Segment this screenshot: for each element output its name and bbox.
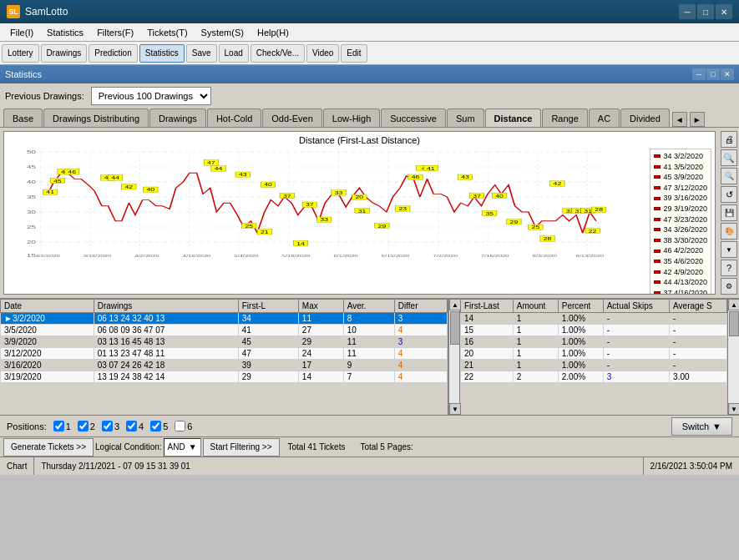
stats-maximize[interactable]: □	[706, 68, 720, 80]
col-first-l[interactable]: First-L	[238, 300, 298, 313]
table-row[interactable]: 3/19/202013 19 24 38 42 14291474	[1, 371, 448, 383]
svg-text:37: 37	[306, 203, 314, 207]
menu-tickets[interactable]: Tickets(T)	[140, 23, 194, 42]
left-table: Date Drawings First-L Max Aver. Differ ►…	[0, 299, 448, 415]
svg-text:30: 30	[27, 210, 37, 215]
pos-check-5[interactable]: 5	[150, 421, 168, 431]
col-first-last[interactable]: First-Last	[461, 300, 514, 313]
tool-color[interactable]: 🎨	[721, 223, 737, 240]
toolbar-prediction[interactable]: Prediction	[89, 44, 137, 63]
scroll-up-btn[interactable]: ▲	[449, 299, 461, 310]
svg-text:4/16/2020: 4/16/2020	[183, 254, 211, 258]
stats-close[interactable]: ✕	[721, 68, 734, 80]
switch-button[interactable]: Switch ▼	[671, 417, 732, 436]
pos-check-1[interactable]: 1	[53, 421, 71, 431]
stats-minimize[interactable]: ─	[692, 68, 706, 80]
right-scroll-down-btn[interactable]: ▼	[728, 403, 739, 415]
pos-check-3[interactable]: 3	[102, 421, 119, 431]
menu-filters[interactable]: Filters(F)	[90, 23, 140, 42]
svg-text:4/2/2020: 4/2/2020	[134, 254, 159, 258]
toolbar-statistics[interactable]: Statistics	[139, 44, 185, 63]
toolbar-edit[interactable]: Edit	[341, 44, 367, 63]
table-row[interactable]: 1511.00%--	[461, 325, 727, 336]
minimize-button[interactable]: ─	[679, 4, 696, 19]
table-row[interactable]: 3/5/202006 08 09 36 47 074127104	[1, 325, 448, 336]
generate-tickets-button[interactable]: Generate Tickets >>	[3, 438, 94, 457]
menu-file[interactable]: File(I)	[3, 23, 40, 42]
col-max[interactable]: Max	[298, 300, 343, 313]
tab-distance[interactable]: Distance	[485, 108, 542, 127]
table-row[interactable]: 2222.00%33.00	[461, 371, 727, 383]
right-table-scroll[interactable]: First-Last Amount Percent Actual Skips A…	[460, 299, 727, 415]
tool-save[interactable]: 💾	[721, 204, 737, 221]
tab-ac[interactable]: AC	[589, 108, 620, 127]
col-amount[interactable]: Amount	[513, 300, 558, 313]
tool-dropdown[interactable]: ▼	[721, 241, 737, 258]
close-button[interactable]: ✕	[716, 4, 732, 19]
col-percent[interactable]: Percent	[558, 300, 603, 313]
scroll-thumb[interactable]	[450, 311, 460, 345]
tab-successive[interactable]: Successive	[381, 108, 446, 127]
tool-undo[interactable]: ↺	[721, 186, 737, 203]
left-data-table: Date Drawings First-L Max Aver. Differ ►…	[0, 299, 448, 383]
pos-checkbox-1[interactable]	[53, 421, 64, 431]
col-date[interactable]: Date	[1, 300, 94, 313]
pos-checkbox-2[interactable]	[78, 421, 89, 431]
col-differ[interactable]: Differ	[394, 300, 447, 313]
col-average-s[interactable]: Average S	[670, 300, 727, 313]
left-table-scroll[interactable]: Date Drawings First-L Max Aver. Differ ►…	[0, 299, 448, 415]
toolbar-lottery[interactable]: Lottery	[2, 44, 39, 63]
table-row[interactable]: 3/16/202003 07 24 26 42 18391794	[1, 360, 448, 371]
tool-help[interactable]: ?	[721, 260, 737, 276]
chart-area: Distance (First-Last Distance) 50 45 40 …	[0, 128, 739, 298]
pos-checkbox-3[interactable]	[102, 421, 113, 431]
toolbar-video[interactable]: Video	[306, 44, 339, 63]
col-drawings[interactable]: Drawings	[94, 300, 238, 313]
pos-check-6[interactable]: 6	[175, 421, 192, 431]
tab-sum[interactable]: Sum	[447, 108, 484, 127]
tool-print[interactable]: 🖨	[721, 131, 737, 148]
tab-prev-nav[interactable]: ◄	[672, 112, 687, 127]
tab-divided[interactable]: Divided	[620, 108, 670, 127]
right-scroll-track	[728, 310, 739, 403]
col-actual-skips[interactable]: Actual Skips	[603, 300, 669, 313]
table-row[interactable]: 1411.00%--	[461, 313, 727, 325]
pos-check-2[interactable]: 2	[78, 421, 95, 431]
pos-checkbox-6[interactable]	[175, 421, 185, 431]
col-aver[interactable]: Aver.	[343, 300, 394, 313]
start-filtering-button[interactable]: Start Filtering >>	[203, 438, 280, 457]
prev-drawings-select[interactable]: Previous 100 Drawings	[91, 87, 211, 105]
tab-odd-even[interactable]: Odd-Even	[262, 108, 322, 127]
menu-help[interactable]: Help(H)	[251, 23, 296, 42]
tab-next-nav[interactable]: ►	[690, 112, 705, 127]
pos-check-4[interactable]: 4	[126, 421, 144, 431]
scroll-down-btn[interactable]: ▼	[449, 403, 461, 415]
table-row[interactable]: 3/9/202003 13 16 45 48 134529113	[1, 336, 448, 348]
tab-base[interactable]: Base	[3, 108, 43, 127]
tab-drawings-distributing[interactable]: Drawings Distributing	[43, 108, 149, 127]
right-scroll-up-btn[interactable]: ▲	[728, 299, 739, 310]
table-row[interactable]: ►3/2/202006 13 24 32 40 13341183	[1, 313, 448, 325]
tool-zoom-in[interactable]: 🔍	[721, 149, 737, 166]
menu-statistics[interactable]: Statistics	[40, 23, 90, 42]
tab-hot-cold[interactable]: Hot-Cold	[207, 108, 261, 127]
menu-system[interactable]: System(S)	[195, 23, 251, 42]
tab-low-high[interactable]: Low-High	[323, 108, 380, 127]
table-row[interactable]: 2111.00%--	[461, 360, 727, 371]
table-row[interactable]: 3/12/202001 13 23 47 48 114724114	[1, 348, 448, 360]
tool-extra[interactable]: ⚙	[721, 278, 737, 295]
maximize-button[interactable]: □	[697, 4, 714, 19]
right-scroll-thumb[interactable]	[729, 311, 739, 336]
tool-zoom-out[interactable]: 🔍	[721, 168, 737, 184]
pos-checkbox-5[interactable]	[150, 421, 161, 431]
table-row[interactable]: 2011.00%--	[461, 348, 727, 360]
tab-drawings[interactable]: Drawings	[149, 108, 206, 127]
table-row[interactable]: 1611.00%--	[461, 336, 727, 348]
svg-text:29: 29	[510, 220, 519, 225]
toolbar-save[interactable]: Save	[186, 44, 217, 63]
tab-range[interactable]: Range	[542, 108, 587, 127]
toolbar-load[interactable]: Load	[219, 44, 249, 63]
toolbar-drawings[interactable]: Drawings	[41, 44, 88, 63]
toolbar-checkve[interactable]: Check/Ve...	[251, 44, 305, 63]
pos-checkbox-4[interactable]	[126, 421, 137, 431]
